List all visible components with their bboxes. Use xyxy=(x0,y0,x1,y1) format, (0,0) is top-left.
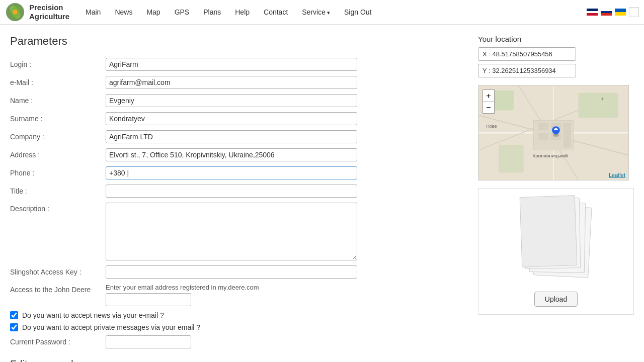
map-container: ✈ Кропивницький Нове + − Leaflet xyxy=(478,85,629,180)
nav-signout[interactable]: Sign Out xyxy=(338,5,377,19)
slingshot-input[interactable] xyxy=(106,265,357,279)
flag-russian[interactable] xyxy=(601,9,612,16)
email-label: e-Mail : xyxy=(10,78,106,86)
login-input[interactable] xyxy=(106,58,357,71)
john-deere-input[interactable] xyxy=(106,293,191,306)
logo[interactable]: Precision Agriculture xyxy=(5,2,69,22)
checkbox-messages[interactable] xyxy=(10,323,18,331)
navbar: Precision Agriculture Main News Map GPS … xyxy=(0,0,644,25)
svg-text:Нове: Нове xyxy=(486,124,497,129)
nav-right xyxy=(587,7,639,17)
email-row: e-Mail : xyxy=(10,76,463,89)
surname-label: Surname : xyxy=(10,115,106,123)
zoom-in-button[interactable]: + xyxy=(482,89,495,102)
your-location-title: Your location xyxy=(478,35,634,43)
your-location-section: Your location X : 48.51758507955456 Y : … xyxy=(478,35,634,77)
current-password-input[interactable] xyxy=(106,335,191,348)
nav-main[interactable]: Main xyxy=(79,5,107,19)
name-row: Name : xyxy=(10,94,463,107)
checkbox-news-label: Do you want to accept news via your e-ma… xyxy=(22,311,164,319)
phone-input[interactable] xyxy=(106,166,357,179)
flag-english[interactable] xyxy=(587,9,598,16)
nav-contact[interactable]: Contact xyxy=(258,5,294,19)
photo-card-4 xyxy=(520,195,578,267)
zoom-out-button[interactable]: − xyxy=(482,102,495,114)
x-label: X : xyxy=(482,50,491,58)
map-svg: ✈ Кропивницький Нове xyxy=(478,85,628,180)
company-label: Company : xyxy=(10,133,106,141)
nav-plans[interactable]: Plans xyxy=(197,5,227,19)
john-deere-label: Access to the John Deere xyxy=(10,284,106,294)
slingshot-row: Slingshot Access Key : xyxy=(10,265,463,279)
title-row: Title : xyxy=(10,185,463,198)
nav-service[interactable]: Service xyxy=(296,5,336,19)
x-value: 48.51758507955456 xyxy=(493,50,552,58)
right-panel: Your location X : 48.51758507955456 Y : … xyxy=(478,35,634,362)
phone-row: Phone : xyxy=(10,166,463,179)
description-row: Description : xyxy=(10,203,463,260)
login-label: Login : xyxy=(10,60,106,68)
y-label: Y : xyxy=(482,67,491,74)
svg-text:✈: ✈ xyxy=(601,97,605,102)
nav-extra-box xyxy=(629,7,639,17)
nav-help[interactable]: Help xyxy=(229,5,256,19)
checkbox-messages-row: Do you want to accept private messages v… xyxy=(10,323,463,331)
svg-rect-11 xyxy=(578,93,618,118)
nav-links: Main News Map GPS Plans Help Contact Ser… xyxy=(79,5,587,19)
surname-row: Surname : xyxy=(10,112,463,125)
current-password-row: Current Password : xyxy=(10,335,463,348)
checkbox-messages-label: Do you want to accept private messages v… xyxy=(22,323,200,331)
nav-gps[interactable]: GPS xyxy=(169,5,196,19)
title-input[interactable] xyxy=(106,185,357,198)
phone-label: Phone : xyxy=(10,169,106,177)
current-password-label: Current Password : xyxy=(10,338,106,346)
edit-password-title: Edit password xyxy=(10,358,463,362)
svg-text:Кропивницький: Кропивницький xyxy=(532,153,568,158)
svg-rect-18 xyxy=(564,123,571,147)
upload-button[interactable]: Upload xyxy=(534,292,578,307)
description-textarea[interactable] xyxy=(106,203,357,260)
checkbox-news-row: Do you want to accept news via your e-ma… xyxy=(10,311,463,319)
john-deere-row: Access to the John Deere Enter your emai… xyxy=(10,284,463,306)
svg-rect-12 xyxy=(499,145,523,172)
john-deere-hint: Enter your email address registered in m… xyxy=(106,284,259,291)
checkbox-news[interactable] xyxy=(10,311,18,319)
address-row: Address : xyxy=(10,148,463,161)
svg-point-3 xyxy=(13,10,18,15)
company-row: Company : xyxy=(10,130,463,143)
email-input[interactable] xyxy=(106,76,357,89)
map-zoom-controls: + − xyxy=(482,89,495,114)
page-title: Parameters xyxy=(10,35,463,48)
name-label: Name : xyxy=(10,97,106,105)
page-content: Parameters Login : e-Mail : Name : Surna… xyxy=(0,25,644,362)
svg-rect-14 xyxy=(538,123,548,130)
address-input[interactable] xyxy=(106,148,357,161)
left-panel: Parameters Login : e-Mail : Name : Surna… xyxy=(10,35,463,362)
address-label: Address : xyxy=(10,151,106,159)
name-input[interactable] xyxy=(106,94,357,107)
photo-stack xyxy=(521,196,591,284)
leaflet-link[interactable]: Leaflet xyxy=(609,172,625,178)
nav-map[interactable]: Map xyxy=(140,5,166,19)
y-value: 32.262511253356934 xyxy=(492,67,556,74)
surname-input[interactable] xyxy=(106,112,357,125)
logo-text: Precision Agriculture xyxy=(29,3,69,21)
description-label: Description : xyxy=(10,203,106,213)
flag-ukrainian[interactable] xyxy=(615,9,626,16)
login-row: Login : xyxy=(10,58,463,71)
title-label: Title : xyxy=(10,187,106,195)
nav-news[interactable]: News xyxy=(109,5,138,19)
logo-icon xyxy=(5,2,25,22)
company-input[interactable] xyxy=(106,130,357,143)
y-coordinate: Y : 32.262511253356934 xyxy=(478,64,576,77)
slingshot-label: Slingshot Access Key : xyxy=(10,268,106,276)
svg-rect-16 xyxy=(538,133,548,140)
x-coordinate: X : 48.51758507955456 xyxy=(478,47,576,61)
